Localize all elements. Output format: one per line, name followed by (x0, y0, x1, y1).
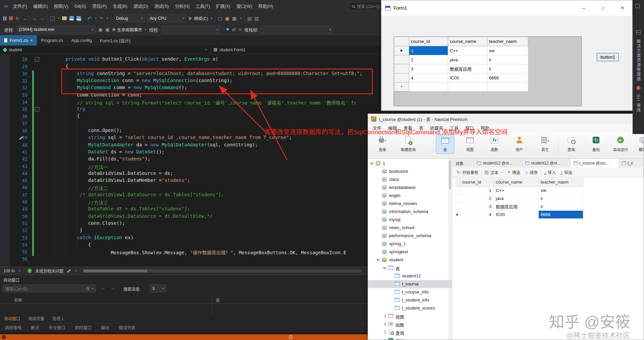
grid-cell[interactable]: java (448, 55, 487, 64)
grid-cell[interactable]: li (487, 55, 528, 64)
toolbar-用户[interactable]: 用户 (509, 135, 529, 152)
solution-config-dropdown[interactable]: Debug▾ (114, 14, 145, 22)
debug-windows-icon[interactable]: ▦ (232, 16, 236, 21)
tool-tab-命令窗口[interactable]: 命令窗口 (44, 324, 70, 332)
row-gutter[interactable] (455, 187, 460, 195)
search-prev-icon[interactable]: ← (101, 285, 106, 290)
code-line[interactable]: 49 DataTable dt = ds.Tables["studens"]; (0, 206, 381, 213)
toolbar-函数[interactable]: fx函数 (485, 135, 504, 152)
tree-item-查询[interactable]: 查询 (368, 328, 452, 336)
process-icon[interactable]: ▣ (98, 27, 103, 32)
result-grid[interactable]: course_idcourse_nameteacher_naem1C++xie2… (455, 178, 583, 219)
stop-debug-icon[interactable] (9, 16, 13, 20)
grid-cell[interactable]: C++ (448, 46, 487, 55)
row-gutter[interactable] (455, 195, 460, 203)
next-statement-icon[interactable]: → (22, 16, 27, 21)
breadcrumb-project[interactable]: student ▾ (0, 46, 210, 54)
tree-item-1[interactable]: 1 (368, 159, 452, 167)
code-line[interactable]: 37 (0, 120, 381, 128)
save-icon[interactable] (69, 16, 74, 20)
tree-item-springtest[interactable]: springtest (368, 248, 452, 256)
grid-column-header[interactable]: course_name (494, 178, 539, 187)
object-tab-student12 @st...[interactable]: student12 @st... (474, 159, 522, 167)
tree-item-bookstore[interactable]: bookstore (368, 167, 452, 176)
process-dropdown[interactable]: [23444] student.exe▾ (17, 26, 96, 33)
menu-item[interactable]: 扩展(X) (213, 0, 233, 12)
row-gutter[interactable] (455, 203, 460, 211)
swap-icon[interactable]: ⇄ (232, 27, 236, 32)
code-line[interactable]: 50 dataGridView1.DataSource = dt.Default… (0, 213, 381, 220)
stack-frame-dropdown[interactable]: ▾ (261, 26, 333, 33)
menu-item[interactable]: 编辑(E) (30, 0, 51, 12)
tree-item-class[interactable]: class (368, 176, 452, 184)
code-line[interactable]: 35- try (0, 106, 381, 113)
tree-item-news_school[interactable]: news_school (368, 224, 452, 232)
tree-item-t_student_scores[interactable]: t_student_scores (368, 304, 452, 312)
connection-tree[interactable]: 1bookstoreclassempdatabaseenglisheima_mo… (368, 159, 452, 340)
tree-item-t_couyse_info[interactable]: t_couyse_info (368, 288, 452, 296)
tree-item-student[interactable]: student (368, 256, 452, 264)
toolbar-连接[interactable]: ▾连接 (371, 135, 394, 152)
tree-item-表[interactable]: 表 (368, 264, 452, 272)
object-tab-t_c[interactable]: t_c (619, 159, 644, 167)
tree-item-empdatabase[interactable]: empdatabase (368, 184, 452, 192)
code-line[interactable]: 45 dataGridView1.DataMember ="studens"; (0, 177, 381, 185)
grid-cell[interactable]: 2 (409, 55, 448, 64)
grid-cell[interactable]: IC00 (448, 73, 487, 82)
grid-column-header[interactable]: teacher_naem (487, 37, 528, 46)
tree-item-t_course[interactable]: t_course (368, 280, 452, 288)
continue-button[interactable]: 继续(C)▾ (189, 15, 212, 21)
menu-item[interactable]: 生成(B) (110, 0, 130, 12)
menu-item[interactable]: 测试(S) (151, 0, 172, 12)
fold-toggle-icon[interactable]: - (35, 107, 39, 112)
tree-item-performance_schema[interactable]: performance_schema (368, 232, 452, 240)
toolbar-查询[interactable]: 查询 (561, 135, 581, 152)
menu-item[interactable]: 帮助(H) (255, 0, 276, 12)
object-tab-student12 @st...[interactable]: student12 @st... (522, 159, 571, 167)
code-line[interactable]: 55 MessageBox.Show(ex.Message, "操作数据库出错！… (0, 249, 381, 256)
snapshot-icon[interactable]: ▣ (225, 16, 229, 21)
navicat-menu-收藏夹[interactable]: 收藏夹 (427, 124, 446, 133)
menu-item[interactable]: 分析(N) (172, 0, 193, 12)
menu-item[interactable]: 项目(P) (89, 0, 110, 12)
collapsed-icon[interactable] (383, 339, 386, 340)
table-toolbar-筛选[interactable]: 筛选 (505, 167, 523, 177)
tree-item-函数[interactable]: fx函数 (368, 320, 452, 328)
tree-item-t_student_info[interactable]: t_student_info (368, 296, 452, 304)
open-folder-icon[interactable] (62, 16, 67, 20)
tab-App.config[interactable]: App.config (67, 35, 96, 46)
grid-cell[interactable]: li (487, 64, 528, 73)
code-line[interactable]: 34 // string sql = String.Format("select… (0, 99, 381, 106)
menu-item[interactable]: 工具(T) (193, 0, 213, 12)
restart-icon[interactable]: ↻ (15, 16, 19, 21)
toolbar-自动运行[interactable]: ▶自动运行 (609, 135, 632, 152)
row-header[interactable] (394, 64, 409, 73)
code-line[interactable]: 43 //方法一 (0, 163, 381, 171)
tab-Form1.cs[interactable]: Form1.cs× (0, 35, 37, 46)
navicat-menu-查看[interactable]: 查看 (400, 124, 416, 133)
zoom-level[interactable]: 109 % (3, 269, 15, 273)
grid-cell[interactable]: xie (539, 187, 583, 195)
column-value[interactable]: 值 (216, 297, 220, 303)
horizontal-scrollbar[interactable] (83, 269, 362, 273)
grid-cell[interactable]: 4 (460, 211, 494, 219)
table-toolbar-排序[interactable]: ↑↓排序 (523, 167, 540, 177)
tree-item-备份[interactable]: ↻备份 (368, 336, 452, 340)
row-gutter[interactable] (455, 211, 460, 219)
lifecycle-events-button[interactable]: 生命周期事件▾ (112, 26, 146, 33)
table-toolbar-文本[interactable]: 文本▾ (482, 167, 505, 177)
tree-item-heima_movies[interactable]: heima_movies (368, 200, 452, 208)
maximize-button[interactable] (593, 0, 613, 16)
breadcrumb-type[interactable]: student.Form1 (210, 46, 249, 54)
minimize-button[interactable] (574, 0, 593, 16)
grid-cell[interactable]: 2 (460, 195, 494, 203)
tree-item-information_schema[interactable]: information_schema (368, 208, 452, 216)
toolbar-其它[interactable]: ▾其它 (534, 135, 556, 152)
tab-close-icon[interactable]: × (30, 38, 33, 43)
grid-cell[interactable]: 4 (409, 73, 448, 82)
row-header[interactable] (394, 55, 409, 64)
navigate-back-icon[interactable]: ← (33, 16, 37, 21)
grid-cell[interactable]: 1 (409, 46, 448, 55)
grid-column-header[interactable]: course_id (460, 178, 494, 187)
dock-tab-Git 更改[interactable]: Git 更改 (636, 94, 641, 113)
